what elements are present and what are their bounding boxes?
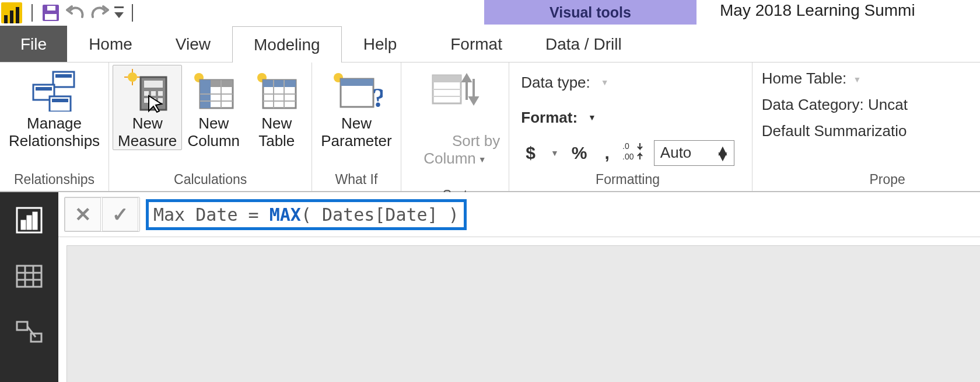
group-label-properties: Prope <box>756 171 908 190</box>
thousand-sep-button[interactable]: , <box>600 141 614 165</box>
decimals-icon[interactable]: .0 .00 <box>622 141 646 165</box>
report-canvas[interactable] <box>66 245 980 382</box>
model-view-icon[interactable] <box>13 316 46 349</box>
decimals-spinner[interactable]: Auto ▲▼ <box>654 140 734 166</box>
svg-rect-0 <box>4 15 8 23</box>
home-table-label: Home Table: <box>762 70 847 87</box>
format-label: Format: <box>521 109 578 127</box>
svg-text:.00: .00 <box>622 152 634 161</box>
svg-rect-59 <box>33 213 37 229</box>
svg-rect-8 <box>53 72 74 87</box>
svg-rect-23 <box>158 91 163 96</box>
tab-file[interactable]: File <box>0 26 67 62</box>
formula-commit-button[interactable]: ✓ <box>102 197 138 231</box>
formula-args: ( Dates[Date] ) <box>301 204 459 225</box>
tab-home[interactable]: Home <box>67 26 154 62</box>
currency-button[interactable]: $ <box>521 141 540 165</box>
svg-rect-37 <box>263 80 296 87</box>
new-table-icon <box>250 68 303 114</box>
new-table-button[interactable]: New Table <box>245 65 308 150</box>
contextual-tab-visual-tools: Visual tools <box>484 0 696 25</box>
new-column-icon <box>187 68 240 114</box>
tab-data-drill[interactable]: Data / Drill <box>524 26 643 62</box>
tab-help[interactable]: Help <box>342 26 419 62</box>
svg-rect-20 <box>144 81 163 88</box>
formula-function: MAX <box>270 204 301 225</box>
data-category-label: Data Category: Uncat <box>762 96 908 114</box>
home-table-dropdown[interactable]: ▼ <box>853 75 862 84</box>
svg-rect-1 <box>10 11 13 23</box>
new-column-button[interactable]: New Column <box>182 65 245 150</box>
svg-marker-53 <box>470 98 477 103</box>
separator <box>32 4 33 22</box>
svg-rect-4 <box>45 14 57 20</box>
sort-by-column-button[interactable]: Sort by Column▼ <box>405 65 506 186</box>
tab-modeling[interactable]: Modeling <box>232 26 342 62</box>
svg-rect-57 <box>22 221 25 229</box>
svg-rect-11 <box>36 87 52 91</box>
format-dropdown[interactable]: ▼ <box>588 113 596 122</box>
qat-customize-dropdown[interactable] <box>112 1 126 25</box>
data-type-label: Data type: <box>521 74 590 92</box>
relationships-icon <box>28 68 80 114</box>
decimals-value: Auto <box>660 144 692 162</box>
spinner-arrows-icon[interactable]: ▲▼ <box>715 147 730 159</box>
tab-format[interactable]: Format <box>429 26 524 62</box>
report-view-icon[interactable] <box>13 204 46 237</box>
currency-dropdown[interactable]: ▼ <box>551 148 559 158</box>
svg-marker-7 <box>114 12 124 18</box>
save-button[interactable] <box>38 1 63 25</box>
formula-prefix: Max Date = <box>153 204 270 225</box>
manage-relationships-button[interactable]: Manage Relationships <box>4 65 105 150</box>
svg-marker-51 <box>463 75 470 81</box>
svg-rect-2 <box>16 7 19 23</box>
new-measure-label: New Measure <box>118 114 177 150</box>
sort-by-column-text: Sort by Column <box>424 132 500 167</box>
tab-view[interactable]: View <box>154 26 232 62</box>
new-measure-icon <box>121 68 174 114</box>
svg-rect-21 <box>144 91 149 96</box>
new-parameter-label: New Parameter <box>321 114 391 150</box>
new-table-label: New Table <box>258 114 295 150</box>
new-parameter-icon: ? <box>330 68 383 114</box>
new-parameter-button[interactable]: ? New Parameter <box>316 65 397 150</box>
percent-button[interactable]: % <box>567 141 592 165</box>
svg-rect-13 <box>52 99 68 102</box>
svg-rect-66 <box>31 334 41 342</box>
document-title: May 2018 Learning Summi <box>720 1 915 20</box>
svg-rect-9 <box>55 74 72 78</box>
group-label-formatting: Formatting <box>521 171 734 190</box>
svg-rect-6 <box>114 6 124 8</box>
default-summarization-label: Default Summarizatio <box>762 122 908 140</box>
svg-rect-47 <box>433 75 461 82</box>
sort-icon <box>429 68 481 114</box>
svg-rect-58 <box>27 216 31 229</box>
manage-relationships-label: Manage Relationships <box>9 114 100 150</box>
redo-button[interactable] <box>88 1 112 25</box>
svg-rect-44 <box>341 79 373 86</box>
app-logo <box>1 2 22 23</box>
sort-by-column-label: Sort by Column▼ <box>410 114 501 186</box>
data-type-dropdown[interactable]: ▼ <box>601 78 609 87</box>
group-label-whatif: What If <box>316 171 397 190</box>
svg-rect-24 <box>144 98 149 103</box>
undo-button[interactable] <box>63 1 88 25</box>
svg-rect-5 <box>47 6 55 11</box>
formula-input[interactable]: Max Date = MAX( Dates[Date] ) <box>146 198 980 231</box>
new-column-label: New Column <box>187 114 240 150</box>
data-view-icon[interactable] <box>13 260 46 293</box>
svg-text:.0: .0 <box>622 141 629 151</box>
group-label-calculations: Calculations <box>113 171 308 190</box>
group-label-relationships: Relationships <box>4 171 105 190</box>
separator <box>132 4 133 22</box>
svg-rect-12 <box>50 96 71 112</box>
svg-text:?: ? <box>372 83 383 113</box>
svg-rect-60 <box>17 266 41 287</box>
chevron-down-icon: ▼ <box>478 155 487 164</box>
new-measure-button[interactable]: New Measure <box>113 65 182 150</box>
formula-cancel-button[interactable]: ✕ <box>65 197 101 231</box>
svg-rect-65 <box>17 322 27 330</box>
svg-rect-22 <box>151 91 156 96</box>
svg-point-14 <box>128 72 137 82</box>
